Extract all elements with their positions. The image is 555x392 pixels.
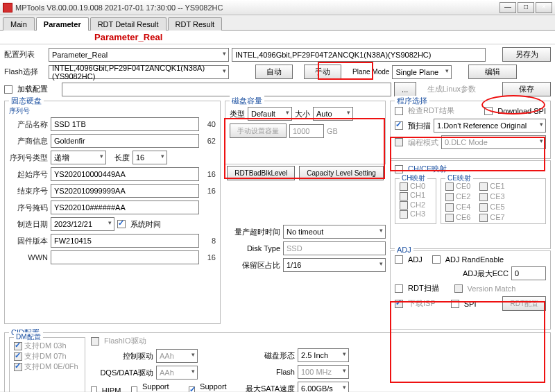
- burn-combo: 0.DLC Mode: [441, 135, 546, 149]
- sntype-combo[interactable]: 递增: [51, 151, 106, 164]
- start-sn-input[interactable]: [51, 167, 199, 181]
- adj-maxecc-label: ADJ最大ECC: [463, 269, 509, 279]
- download-spi-check[interactable]: [484, 107, 493, 115]
- check-rdt-check[interactable]: [395, 107, 403, 115]
- prod-name-count: 40: [202, 120, 216, 128]
- adj-rand-check[interactable]: [432, 255, 441, 264]
- sntype-label: 序列号类型: [9, 153, 48, 163]
- start-sn-label: 起始序号: [9, 169, 48, 180]
- minimize-button[interactable]: —: [500, 2, 516, 13]
- diskshape-label: 磁盘形态: [235, 350, 295, 361]
- hipm-check[interactable]: [91, 386, 97, 392]
- tab-parameter[interactable]: Parameter: [36, 17, 89, 31]
- tab-main[interactable]: Main: [3, 17, 35, 31]
- load-config-label: 加载配置: [17, 84, 48, 94]
- start-sn-count: 16: [202, 170, 216, 178]
- end-sn-label: 结束序号: [9, 186, 48, 196]
- rdtscan-check[interactable]: [395, 284, 403, 293]
- flashfreq-combo: 100 MHz: [298, 365, 349, 379]
- ce4-check: [445, 203, 454, 212]
- edit-button[interactable]: 编辑: [468, 65, 517, 79]
- ctrl-label: 控制驱动: [91, 351, 153, 361]
- reserve-label: 保留区占比: [225, 260, 280, 271]
- fw-label: 固件版本: [9, 236, 48, 246]
- wwn-input[interactable]: [51, 250, 199, 264]
- ce2-check: [445, 193, 454, 201]
- systime-check[interactable]: [117, 220, 126, 228]
- window-title: MPTools V8.00.00.19.008 2021-07-01 17:30…: [15, 3, 500, 12]
- ce5-check: [479, 203, 488, 212]
- flash-select-label: Flash选择: [4, 67, 46, 77]
- ce-legend: CE映射: [445, 173, 473, 183]
- devslp-check[interactable]: [131, 386, 137, 392]
- capacity-level-button[interactable]: Capacity Level Setting: [299, 166, 384, 180]
- chce-check[interactable]: [395, 165, 403, 173]
- config-list-combo[interactable]: Parameter_Real: [49, 48, 229, 62]
- check-rdt-label: 检查RDT结果: [408, 105, 454, 116]
- load-config-check[interactable]: [4, 85, 12, 94]
- vendor-input[interactable]: [51, 134, 199, 148]
- mfg-date-label: 制造日期: [9, 219, 48, 230]
- tab-rdt-detail[interactable]: RDT Detail Result: [90, 17, 166, 31]
- adj-maxecc-input[interactable]: 0: [511, 266, 546, 280]
- adj-check[interactable]: [395, 255, 403, 264]
- maximize-button[interactable]: □: [518, 2, 534, 13]
- wwn-count: 16: [202, 253, 216, 262]
- trim-check[interactable]: [189, 386, 195, 392]
- disktype-display: SSD: [283, 241, 386, 255]
- tab-strip: Main Parameter RDT Detail Result RDT Res…: [0, 15, 555, 31]
- length-label: 长度: [114, 153, 130, 163]
- chce-legend: CH/CE映射: [408, 164, 447, 174]
- flash-select-combo[interactable]: INTEL,4096Gbit,PF29F04T2ANCQK1(N38A)(YS9…: [49, 65, 229, 79]
- length-combo[interactable]: 16: [133, 151, 167, 164]
- vendor-count: 62: [202, 137, 216, 145]
- page-title: Parameter_Real: [94, 32, 162, 42]
- rdt-config-button[interactable]: RDT配置: [502, 296, 546, 311]
- dl-isp-label: 下载ISP: [408, 298, 436, 309]
- config-list-label: 配置列表: [4, 49, 46, 60]
- cap-type-combo[interactable]: Default: [248, 107, 292, 121]
- save-as-button[interactable]: 另存为: [502, 47, 551, 62]
- tab-rdt-result[interactable]: RDT Result: [168, 17, 223, 31]
- close-button[interactable]: ×: [536, 2, 552, 13]
- version-match-check: [454, 284, 463, 293]
- prescan-combo[interactable]: 1.Don't Reference Original: [434, 119, 546, 133]
- cap-type-label: 类型: [230, 109, 245, 119]
- reserve-combo[interactable]: 1/16: [283, 258, 386, 272]
- spi-check[interactable]: [451, 300, 459, 308]
- app-icon: [3, 3, 12, 12]
- version-match-label: Version Match: [468, 284, 516, 293]
- manual-button[interactable]: 手动: [304, 65, 341, 79]
- diskshape-combo[interactable]: 2.5 Inch: [298, 348, 349, 362]
- dm0e-check: [14, 363, 22, 371]
- adj-label: ADJ: [408, 255, 422, 264]
- burn-label: 编程模式: [408, 137, 438, 148]
- fw-input[interactable]: [51, 234, 199, 248]
- end-sn-input[interactable]: [51, 184, 199, 198]
- auto-button[interactable]: 自动: [255, 65, 293, 79]
- flashio-check: [91, 337, 99, 346]
- dl-isp-check: [395, 300, 403, 308]
- ce6-check: [445, 214, 454, 222]
- rdt-badblk-button[interactable]: RDTBadBlkLevel: [227, 166, 295, 180]
- mask-input[interactable]: [51, 201, 199, 214]
- manual-cap-button[interactable]: 手动设置容量: [230, 123, 287, 138]
- ch0-check: [400, 182, 408, 191]
- manual-cap-input[interactable]: 1000: [289, 124, 324, 138]
- flashfreq-label: Flash: [235, 368, 295, 376]
- cap-size-combo[interactable]: Auto: [313, 107, 353, 121]
- mfg-date-picker[interactable]: 2023/12/21: [51, 217, 114, 231]
- prod-name-input[interactable]: [51, 117, 199, 131]
- timeout-combo[interactable]: No timeout: [283, 225, 386, 239]
- planemode-combo[interactable]: Single Plane: [392, 65, 452, 79]
- ce0-check: [445, 182, 454, 191]
- browse-button[interactable]: ...: [394, 82, 416, 96]
- flashio-label: FlashIO驱动: [104, 336, 146, 346]
- prescan-check[interactable]: [395, 121, 403, 130]
- load-config-path[interactable]: [62, 83, 391, 96]
- save-button[interactable]: 保存: [502, 82, 551, 96]
- ctrl-combo: AAh: [156, 349, 198, 363]
- disktype-label: Disk Type: [225, 244, 280, 253]
- device-display: INTEL,4096Gbit,PF29F04T2ANCQK1(N38A)(YS9…: [232, 48, 486, 62]
- sata-combo[interactable]: 6.00GB/s: [298, 382, 349, 392]
